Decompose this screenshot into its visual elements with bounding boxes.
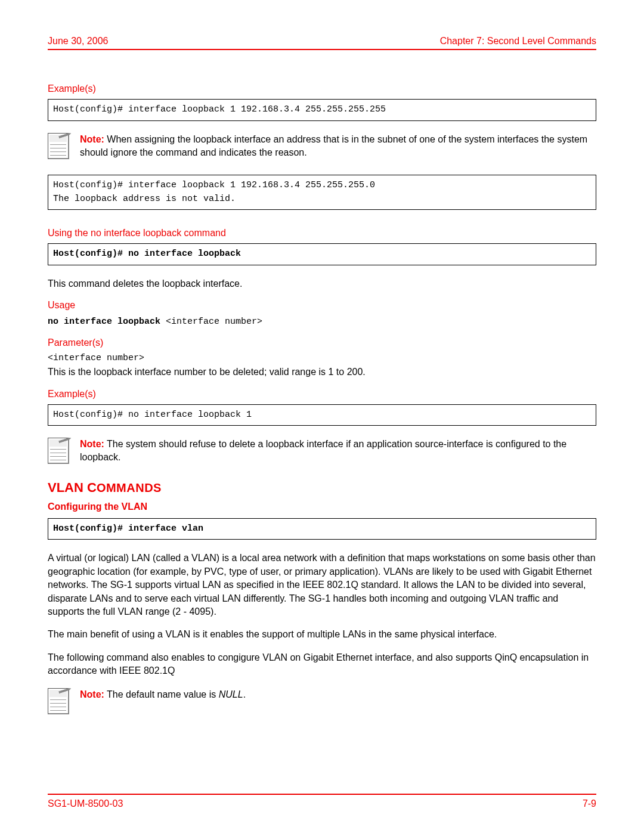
note-block-2: Note: The system should refuse to delete…: [48, 438, 596, 465]
note-icon: [48, 438, 69, 464]
page-header: June 30, 2006 Chapter 7: Second Level Co…: [48, 36, 596, 50]
note-text-2: Note: The system should refuse to delete…: [80, 438, 596, 465]
footer-right: 7-9: [583, 798, 596, 809]
code-block-5: Host(config)# interface vlan: [48, 518, 596, 540]
note-block-3: Note: The default name value is NULL.: [48, 688, 596, 714]
vlan-para-2: The main benefit of using a VLAN is it e…: [48, 628, 596, 641]
header-chapter: Chapter 7: Second Level Commands: [440, 36, 596, 47]
page: June 30, 2006 Chapter 7: Second Level Co…: [0, 0, 644, 833]
usage-bold: no interface loopback: [48, 317, 166, 327]
code-block-1: Host(config)# interface loopback 1 192.1…: [48, 99, 596, 121]
note-body: When assigning the loopback interface an…: [80, 134, 587, 157]
header-date: June 30, 2006: [48, 36, 108, 47]
usage-line: no interface loopback <interface number>: [48, 315, 596, 328]
vlan-para-1: A virtual (or logical) LAN (called a VLA…: [48, 552, 596, 618]
note-text-3: Note: The default name value is NULL.: [80, 688, 246, 701]
examples-heading-2: Example(s): [48, 389, 596, 400]
note-text-1: Note: When assigning the loopback interf…: [80, 133, 596, 160]
note-label: Note:: [80, 439, 104, 449]
examples-heading-1: Example(s): [48, 83, 596, 94]
vlan-title-part2: OMMANDS: [97, 481, 162, 494]
code-block-4: Host(config)# no interface loopback 1: [48, 404, 596, 426]
usage-heading: Usage: [48, 300, 596, 311]
no-interface-desc: This command deletes the loopback interf…: [48, 277, 596, 290]
usage-rest: <interface number>: [166, 317, 262, 327]
code-block-2: Host(config)# interface loopback 1 192.1…: [48, 175, 596, 210]
page-footer: SG1-UM-8500-03 7-9: [48, 794, 596, 809]
vlan-heading: VLAN COMMANDS: [48, 480, 596, 496]
param-desc: This is the loopback interface number to…: [48, 366, 596, 379]
vlan-para-3: The following command also enables to co…: [48, 651, 596, 678]
note-block-1: Note: When assigning the loopback interf…: [48, 133, 596, 160]
note-body: The system should refuse to delete a loo…: [80, 439, 566, 462]
param-name: <interface number>: [48, 353, 596, 363]
note-icon: [48, 688, 69, 714]
note-body-a: The default name value is: [104, 689, 219, 699]
vlan-subheading: Configuring the VLAN: [48, 501, 596, 512]
code-block-3: Host(config)# no interface loopback: [48, 243, 596, 265]
note-icon: [48, 133, 69, 159]
footer-left: SG1-UM-8500-03: [48, 798, 123, 809]
note-label: Note:: [80, 134, 104, 144]
no-interface-heading: Using the no interface loopback command: [48, 228, 596, 239]
vlan-title-part1: VLAN C: [48, 480, 97, 495]
note-label: Note:: [80, 689, 104, 699]
note-body-italic: NULL: [219, 689, 243, 699]
note-body-c: .: [243, 689, 246, 699]
params-heading: Parameter(s): [48, 337, 596, 348]
